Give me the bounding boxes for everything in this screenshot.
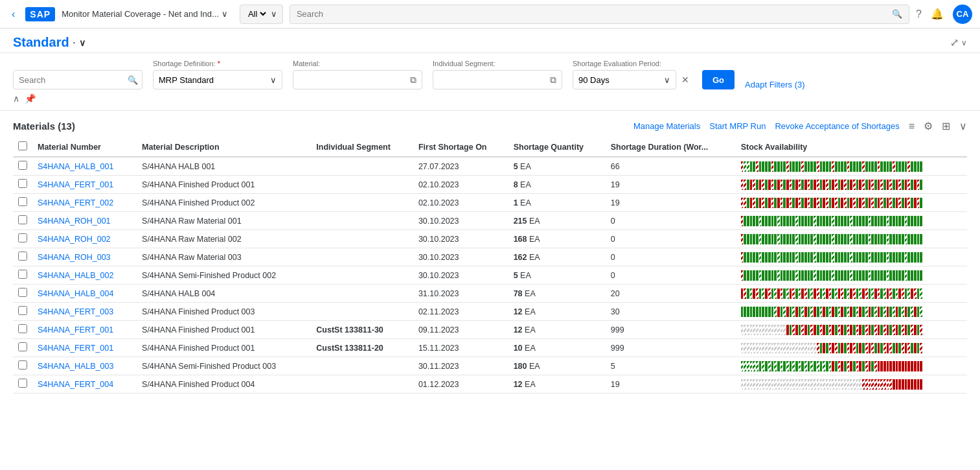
individual-segment-input-wrapper[interactable]: ⧉ — [433, 70, 562, 89]
revoke-acceptance-link[interactable]: Revoke Acceptance of Shortages — [775, 121, 899, 131]
table-chevron-icon[interactable]: ∨ — [959, 120, 967, 132]
material-number-link[interactable]: S4HANA_HALB_002 — [38, 271, 113, 280]
user-avatar[interactable]: CA — [953, 5, 972, 24]
shortage-def-select-wrapper[interactable]: MRP Standard ∨ — [153, 70, 282, 89]
first-shortage-cell: 30.11.2023 — [413, 357, 508, 375]
col-shortage-duration: Shortage Duration (Wor... — [606, 137, 736, 157]
settings-icon[interactable]: ⚙ — [924, 120, 933, 132]
global-search-icon[interactable]: 🔍 — [892, 9, 902, 19]
evaluation-period-select[interactable]: 90 Days 30 Days 60 Days 180 Days — [578, 75, 664, 85]
filter-pin-button[interactable]: 📌 — [25, 93, 36, 104]
help-icon[interactable]: ? — [916, 8, 922, 20]
table-head: Material Number Material Description Ind… — [13, 137, 967, 157]
filter-collapse-button[interactable]: ∧ — [13, 93, 19, 104]
row-checkbox[interactable] — [18, 179, 27, 188]
stock-availability-bar — [741, 379, 922, 390]
filter-search-input-wrapper[interactable]: 🔍 — [13, 70, 142, 89]
export-icon[interactable]: ⤢ — [950, 36, 959, 49]
row-checkbox[interactable] — [18, 215, 27, 224]
material-input-wrapper[interactable]: ⧉ — [293, 70, 422, 89]
material-number-link[interactable]: S4HANA_FERT_003 — [38, 307, 113, 316]
individual-segment-copy-icon[interactable]: ⧉ — [550, 75, 556, 86]
row-checkbox[interactable] — [18, 288, 27, 297]
col-stock-availability: Stock Availability — [736, 137, 967, 157]
shortage-qty-value: 180 — [514, 362, 527, 371]
material-input[interactable] — [299, 75, 410, 85]
go-button[interactable]: Go — [702, 70, 735, 89]
shortage-duration-cell: 66 — [606, 157, 736, 176]
search-scope-selector[interactable]: All ∨ — [240, 5, 283, 24]
row-checkbox[interactable] — [18, 233, 27, 242]
material-number-cell: S4HANA_HALB_002 — [32, 266, 137, 285]
row-checkbox[interactable] — [18, 270, 27, 279]
stock-availability-bar — [741, 234, 922, 244]
global-search-bar[interactable]: 🔍 — [290, 5, 909, 24]
material-copy-icon[interactable]: ⧉ — [410, 75, 416, 86]
app-title[interactable]: Monitor Material Coverage - Net and Ind.… — [62, 9, 228, 19]
material-number-link[interactable]: S4HANA_ROH_002 — [38, 235, 111, 244]
material-number-link[interactable]: S4HANA_FERT_002 — [38, 198, 113, 207]
row-checkbox[interactable] — [18, 252, 27, 261]
col-material-number: Material Number — [32, 137, 137, 157]
material-number-link[interactable]: S4HANA_ROH_003 — [38, 253, 111, 262]
table-row: S4HANA_ROH_001S/4HANA Raw Material 00130… — [13, 212, 967, 230]
row-checkbox[interactable] — [18, 306, 27, 315]
table-title: Materials (13) — [13, 121, 75, 132]
row-checkbox[interactable] — [18, 379, 27, 388]
material-number-link[interactable]: S4HANA_HALB_004 — [38, 289, 113, 298]
export-chevron-icon[interactable]: ∨ — [961, 38, 967, 47]
material-number-link[interactable]: S4HANA_FERT_001 — [38, 180, 113, 189]
individual-segment-cell — [311, 212, 413, 230]
individual-segment-cell — [311, 285, 413, 303]
material-number-link[interactable]: S4HANA_HALB_003 — [38, 362, 113, 371]
material-desc-cell: S/4HANA HALB 004 — [137, 285, 311, 303]
manage-materials-link[interactable]: Manage Materials — [633, 121, 700, 131]
stock-availability-cell — [736, 285, 967, 303]
shortage-duration-cell: 19 — [606, 176, 736, 194]
select-all-checkbox[interactable] — [18, 141, 27, 150]
individual-segment-input[interactable] — [439, 75, 550, 85]
row-checkbox[interactable] — [18, 197, 27, 206]
evaluation-period-select-wrapper[interactable]: 90 Days 30 Days 60 Days 180 Days ∨ — [573, 70, 676, 89]
material-number-link[interactable]: S4HANA_HALB_001 — [38, 162, 113, 171]
first-shortage-cell: 02.11.2023 — [413, 303, 508, 321]
notification-icon[interactable]: 🔔 — [931, 8, 944, 20]
shortage-qty-cell: 10 EA — [508, 339, 606, 357]
shortage-duration-cell: 30 — [606, 303, 736, 321]
material-number-link[interactable]: S4HANA_FERT_001 — [38, 325, 113, 335]
row-checkbox[interactable] — [18, 360, 27, 370]
material-number-link[interactable]: S4HANA_ROH_001 — [38, 217, 111, 226]
evaluation-period-label: Shortage Evaluation Period: — [573, 60, 692, 67]
row-checkbox[interactable] — [18, 161, 27, 170]
filter-search-icon[interactable]: 🔍 — [128, 75, 138, 85]
shortage-qty-cell: 12 EA — [508, 375, 606, 394]
top-header: ‹ SAP Monitor Material Coverage - Net an… — [0, 0, 980, 29]
individual-segment-value: CustSt 133811-30 — [316, 325, 383, 335]
start-mrp-run-link[interactable]: Start MRP Run — [709, 121, 766, 131]
shortage-def-chevron-icon: ∨ — [270, 75, 277, 85]
search-scope-select[interactable]: All — [245, 8, 268, 19]
list-view-icon[interactable]: ≡ — [909, 121, 915, 132]
col-material-desc: Material Description — [137, 137, 311, 157]
adapt-filters-link[interactable]: Adapt Filters (3) — [745, 80, 804, 89]
individual-segment-field: Individual Segment: ⧉ — [433, 60, 562, 89]
global-search-input[interactable] — [297, 9, 892, 19]
back-button[interactable]: ‹ — [8, 6, 19, 23]
shortage-def-select[interactable]: MRP Standard — [159, 75, 270, 85]
period-clear-icon[interactable]: ✕ — [679, 75, 692, 85]
row-checkbox[interactable] — [18, 324, 27, 333]
material-number-link[interactable]: S4HANA_FERT_004 — [38, 380, 113, 389]
table-row: S4HANA_ROH_002S/4HANA Raw Material 00230… — [13, 230, 967, 248]
filter-search-input[interactable] — [19, 75, 128, 85]
material-number-link[interactable]: S4HANA_FERT_001 — [38, 344, 113, 353]
page-title-chevron-icon[interactable]: ∨ — [79, 38, 85, 48]
shortage-duration-cell: 0 — [606, 212, 736, 230]
grid-view-icon[interactable]: ⊞ — [942, 120, 950, 132]
shortage-qty-value: 78 — [514, 289, 523, 298]
stock-availability-bar — [741, 180, 922, 190]
row-checkbox[interactable] — [18, 342, 27, 351]
material-desc-cell: S/4HANA Finished Product 003 — [137, 303, 311, 321]
shortage-duration-cell: 20 — [606, 285, 736, 303]
shortage-qty-unit: EA — [520, 162, 531, 171]
first-shortage-cell: 30.10.2023 — [413, 230, 508, 248]
